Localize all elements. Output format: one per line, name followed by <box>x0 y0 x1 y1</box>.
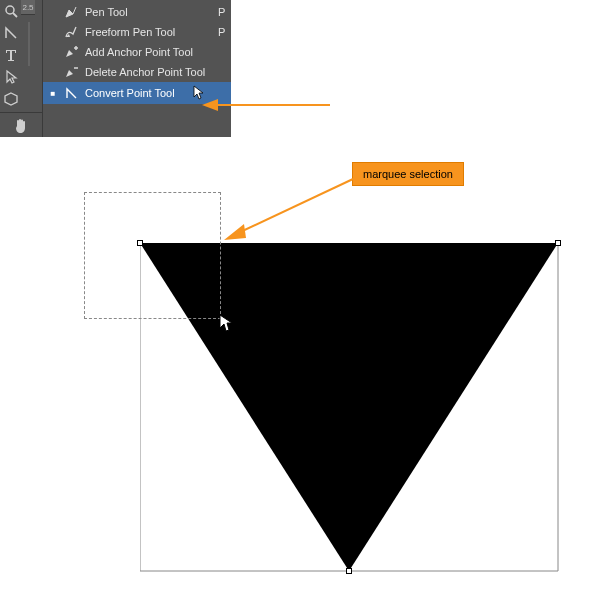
tool-palette: 2.5 <box>0 0 43 137</box>
flyout-label: Delete Anchor Point Tool <box>85 66 205 78</box>
svg-marker-11 <box>224 224 246 240</box>
anchor-point[interactable] <box>137 240 143 246</box>
hand-icon <box>12 117 30 135</box>
ruler-tick-1 <box>21 22 42 44</box>
svg-rect-12 <box>140 243 558 571</box>
zoom-tool[interactable] <box>0 0 21 22</box>
ruler-tick-2 <box>21 44 42 66</box>
annotation-arrow-marquee <box>218 176 358 246</box>
flyout-label: Add Anchor Point Tool <box>85 46 205 58</box>
direct-selection-tool[interactable] <box>0 66 21 88</box>
flyout-shortcut: P <box>211 26 225 38</box>
svg-marker-4 <box>5 93 17 105</box>
flyout-item-convert-point[interactable]: ■ Convert Point Tool <box>43 82 231 104</box>
flyout-item-delete-anchor[interactable]: Delete Anchor Point Tool <box>43 62 231 82</box>
hollow-arrow-icon <box>3 69 19 85</box>
svg-point-0 <box>6 6 14 14</box>
convert-point-tool[interactable] <box>0 22 21 44</box>
pen-minus-icon <box>64 65 78 79</box>
shape-tool[interactable] <box>0 88 21 110</box>
triangle-shape[interactable] <box>140 243 560 573</box>
pen-icon <box>64 5 78 19</box>
check-icon: ■ <box>49 89 57 98</box>
callout-marquee: marquee selection <box>352 162 464 186</box>
hand-tool[interactable] <box>0 115 42 137</box>
svg-line-1 <box>13 13 17 17</box>
flyout-label: Convert Point Tool <box>85 87 185 99</box>
angle-icon <box>3 25 19 41</box>
svg-marker-13 <box>140 243 558 571</box>
marquee-selection[interactable] <box>84 192 221 319</box>
ruler-corner: 2.5 <box>21 0 35 15</box>
flyout-label: Freeform Pen Tool <box>85 26 205 38</box>
type-icon <box>3 47 19 63</box>
angle-icon <box>64 86 78 100</box>
flyout-item-freeform[interactable]: Freeform Pen Tool P <box>43 22 231 42</box>
pen-tool-flyout: Pen Tool P Freeform Pen Tool P <box>43 0 231 137</box>
anchor-point[interactable] <box>555 240 561 246</box>
flyout-item-pen[interactable]: Pen Tool P <box>43 2 231 22</box>
cursor-icon <box>219 314 237 334</box>
cursor-arrow-icon <box>193 85 205 101</box>
convert-point-cursor <box>219 314 237 336</box>
ps-panel: 2.5 <box>0 0 231 137</box>
anchor-point[interactable] <box>346 568 352 574</box>
type-tool[interactable] <box>0 44 21 66</box>
flyout-item-add-anchor[interactable]: Add Anchor Point Tool <box>43 42 231 62</box>
flyout-label: Pen Tool <box>85 6 205 18</box>
magnifier-icon <box>3 3 19 19</box>
callout-text: marquee selection <box>363 168 453 180</box>
svg-line-10 <box>236 179 353 234</box>
pen-plus-icon <box>64 45 78 59</box>
freeform-pen-icon <box>64 25 78 39</box>
ruler-tick-3 <box>21 66 42 88</box>
flyout-shortcut: P <box>211 6 225 18</box>
ruler-value: 2.5 <box>22 3 33 12</box>
ruler-tick-4 <box>21 88 42 110</box>
hexagon-icon <box>3 91 19 107</box>
